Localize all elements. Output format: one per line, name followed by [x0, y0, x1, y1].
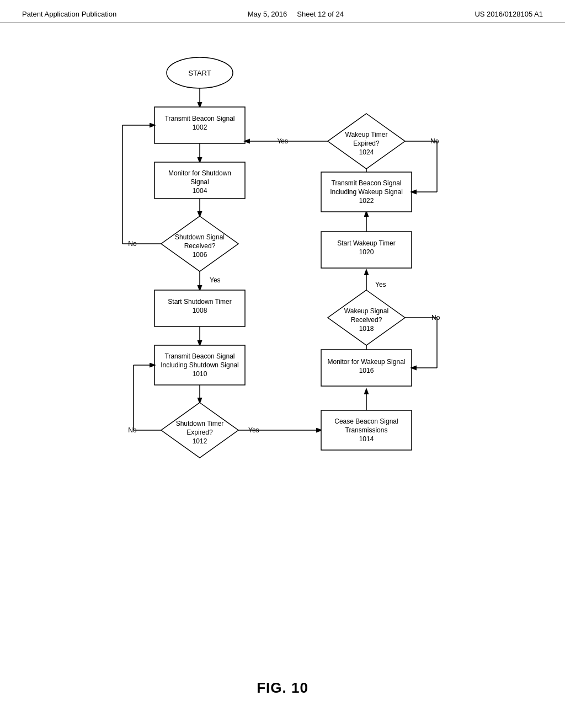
- node-1008: Start Shutdown Timer: [168, 298, 231, 306]
- svg-text:1010: 1010: [193, 370, 207, 378]
- svg-text:Expired?: Expired?: [186, 429, 213, 436]
- svg-text:1004: 1004: [193, 187, 207, 195]
- node-1012: Shutdown Timer: [176, 420, 224, 427]
- start-label: START: [188, 69, 211, 77]
- svg-text:1012: 1012: [193, 437, 207, 445]
- svg-text:1008: 1008: [193, 307, 207, 314]
- node-1020: Start Wakeup Timer: [337, 239, 396, 247]
- node-1010: Transmit Beacon Signal: [165, 352, 235, 360]
- label-1018-yes: Yes: [375, 281, 386, 288]
- header-left: Patent Application Publication: [22, 10, 116, 18]
- page-header: Patent Application Publication May 5, 20…: [0, 0, 565, 23]
- svg-text:1006: 1006: [193, 251, 207, 259]
- node-1022: Transmit Beacon Signal: [332, 179, 402, 187]
- svg-text:Transmissions: Transmissions: [345, 426, 388, 434]
- diagram-area: START Transmit Beacon Signal 1002 Monito…: [0, 23, 565, 708]
- flowchart: START Transmit Beacon Signal 1002 Monito…: [73, 40, 492, 674]
- svg-text:1020: 1020: [359, 248, 374, 256]
- svg-text:Received?: Received?: [184, 242, 216, 250]
- svg-text:1002: 1002: [193, 124, 207, 131]
- svg-text:1022: 1022: [359, 197, 374, 205]
- svg-text:1016: 1016: [359, 367, 374, 374]
- node-1016: Monitor for Wakeup Signal: [328, 358, 406, 366]
- header-middle: May 5, 2016 Sheet 12 of 24: [248, 10, 344, 18]
- header-right: US 2016/0128105 A1: [475, 10, 543, 18]
- node-1014: Cease Beacon Signal: [334, 417, 398, 425]
- svg-text:Including Wakeup Signal: Including Wakeup Signal: [330, 188, 403, 196]
- node-1004: Monitor for Shutdown: [168, 169, 231, 177]
- svg-text:Expired?: Expired?: [353, 140, 380, 147]
- node-1018: Wakeup Signal: [344, 307, 388, 315]
- svg-text:1024: 1024: [359, 148, 374, 156]
- fig-label: FIG. 10: [257, 679, 308, 697]
- svg-text:Including Shutdown Signal: Including Shutdown Signal: [161, 361, 238, 369]
- svg-text:1018: 1018: [359, 325, 374, 333]
- node-1024: Wakeup Timer: [345, 131, 388, 138]
- svg-text:Received?: Received?: [351, 316, 382, 324]
- svg-text:Signal: Signal: [190, 178, 209, 186]
- label-1006-yes: Yes: [210, 276, 221, 284]
- svg-text:1014: 1014: [359, 435, 374, 443]
- node-1006: Shutdown Signal: [175, 233, 225, 241]
- node-1002: Transmit Beacon Signal: [165, 115, 235, 122]
